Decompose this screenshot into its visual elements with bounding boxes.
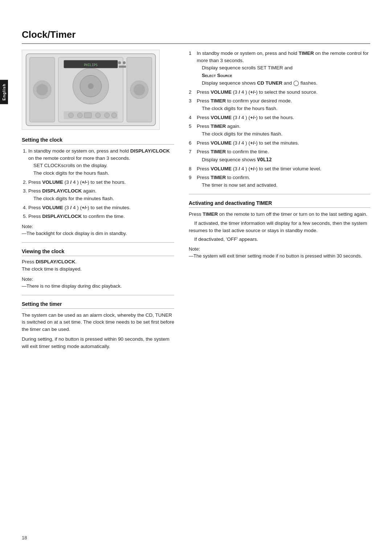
timer-step-4: 4 Press VOLUME (3 / 4 ) (+/-) to set the… [189,114,370,121]
clock-step-5: Press DISPLAY/CLOCK to confirm the time. [28,213,174,220]
clock-step-1-bold: DISPLAY/CLOCK [130,148,170,154]
timer-step-9-sub: The timer is now set and activated. [197,182,370,189]
svg-point-16 [111,113,117,118]
language-tab: English [0,80,8,104]
language-tab-label: English [2,84,6,101]
viewing-clock-intro: Press DISPLAY/CLOCK. [22,259,174,264]
timer-step-8: 8 Press VOLUME (3 / 4 ) (+/-) to set the… [189,165,370,173]
timer-step-6: 6 Press VOLUME (3 / 4 ) (+/-) to set the… [189,139,370,147]
activating-note: Note: —The system will exit timer settin… [189,246,370,260]
timer-step-5: 5 Press TIMER again. The clock digits fo… [189,123,370,137]
timer-step-7: 7 Press TIMER to confirm the time. Displ… [189,148,370,163]
page-title: Clock/Timer [22,29,370,44]
viewing-clock-note-text: —There is no time display during disc pl… [22,283,174,290]
timer-step-1-sub3: Display sequence shows CD TUNER and ◯ fl… [197,80,370,87]
clock-step-3-sub: The clock digits for the minutes flash. [28,195,174,202]
timer-para-2: During setting, if no button is pressed … [22,336,174,350]
activating-sub1: If activated, the timer information will… [189,220,370,234]
timer-setup-steps: 1 In standby mode or system on, press an… [189,50,370,189]
svg-point-15 [105,113,110,118]
svg-rect-13 [84,113,91,118]
section-activating-timer: Activating and deactivating TIMER Press … [189,200,370,260]
timer-step-5-sub: The clock digits for the minutes flash. [197,131,370,138]
activating-note-text: —The system will exit timer setting mode… [189,253,370,260]
clock-step-1: In standby mode or system on, press and … [28,147,174,177]
timer-step-1: 1 In standby mode or system on, press an… [189,50,370,87]
section-heading-timer: Setting the timer [22,301,174,309]
timer-step-7-sub: Display sequence shows VOL12 [197,156,370,163]
section-setting-clock: Setting the clock In standby mode or sys… [22,137,174,237]
two-column-layout: PHILIPS [22,50,370,350]
svg-point-19 [134,84,145,96]
clock-step-2: Press VOLUME (3 / 4 ) (+/-) to set the h… [28,179,174,186]
viewing-clock-note-label: Note: [22,276,174,282]
timer-step-9: 9 Press TIMER to confirm. The timer is n… [189,174,370,189]
section-heading-clock: Setting the clock [22,137,174,145]
clock-step-1-sub2: The clock digits for the hours flash. [28,170,174,177]
timer-step-1-sub1: Display sequence scrolls SET TIMER and [197,65,370,72]
activating-note-label: Note: [189,246,370,252]
svg-text:PHILIPS: PHILIPS [84,63,98,67]
timer-para-1: The system can be used as an alarm clock… [22,312,174,333]
main-content: Clock/Timer [22,22,370,350]
clock-note-label: Note: [22,224,174,229]
device-image: PHILIPS [22,50,160,130]
section-viewing-clock: Viewing the clock Press DISPLAY/CLOCK. T… [22,248,174,290]
svg-point-21 [123,61,126,64]
svg-point-3 [36,84,48,96]
svg-point-12 [77,113,82,118]
clock-step-4: Press VOLUME (3 / 4 ) (+/-) to set the m… [28,204,174,211]
page-number: 18 [22,535,27,540]
activating-sub2: If deactivated, 'OFF' appears. [189,236,370,243]
page-container: English Clock/Timer [0,0,392,555]
svg-point-11 [69,113,74,118]
left-column: PHILIPS [22,50,174,350]
timer-step-3: 3 Press TIMER to confirm your desired mo… [189,97,370,112]
clock-step-1-sub1: SET CLOCKscrolls on the display. [28,162,174,169]
timer-step-3-sub: The clock digits for the hours flash. [197,105,370,112]
svg-rect-22 [119,66,126,68]
svg-point-14 [95,113,101,118]
clock-note: Note: —The backlight for clock display i… [22,224,174,237]
viewing-clock-sub: The clock time is displayed. [22,266,174,273]
section-setting-timer: Setting the timer The system can be used… [22,301,174,350]
section-heading-activating: Activating and deactivating TIMER [189,200,370,208]
timer-step-2: 2 Press VOLUME (3 / 4 ) (+/-) to select … [189,89,370,96]
clock-note-text: —The backlight for clock display is dim … [22,230,174,237]
svg-point-20 [118,61,121,64]
section-heading-viewing: Viewing the clock [22,248,174,256]
activating-intro: Press TIMER on the remote to turn off th… [189,211,370,218]
right-column: 1 In standby mode or system on, press an… [189,50,370,263]
svg-point-7 [88,83,94,89]
clock-step-3: Press DISPLAY/CLOCK again. The clock dig… [28,187,174,202]
clock-steps-list: In standby mode or system on, press and … [22,147,174,220]
timer-step-1-sub2: Select Source [197,72,370,79]
viewing-clock-note: Note: —There is no time display during d… [22,276,174,290]
